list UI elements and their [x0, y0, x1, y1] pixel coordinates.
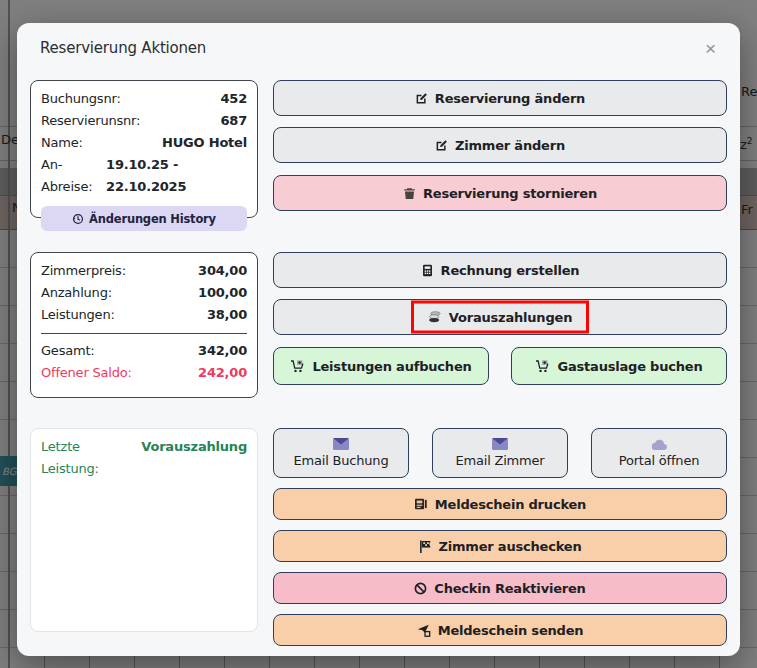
booking-number-row: Buchungsnr: 452 — [41, 88, 247, 110]
envelope-icon — [333, 438, 349, 450]
pricing-divider — [41, 333, 247, 334]
checkout-room-button[interactable]: Zimmer auschecken — [273, 530, 727, 562]
send-icon — [417, 624, 431, 637]
send-registration-label: Meldeschein senden — [438, 623, 584, 638]
deposit-value: 100,00 — [198, 282, 247, 304]
arrival-departure-label: An-Abreise: — [41, 154, 106, 198]
change-reservation-button[interactable]: Reservierung ändern — [273, 80, 727, 116]
open-portal-button[interactable]: Portal öffnen — [591, 428, 727, 478]
services-row: Leistungen: 38,00 — [41, 304, 247, 326]
dialog-header: Reservierung Aktionen × — [17, 23, 740, 59]
reservation-number-label: Reservierunsnr: — [41, 110, 140, 132]
checkered-flag-icon — [419, 540, 432, 553]
reservation-number-row: Reservierunsnr: 687 — [41, 110, 247, 132]
change-room-button[interactable]: Zimmer ändern — [273, 127, 727, 163]
email-booking-label: Email Buchung — [294, 453, 389, 468]
print-registration-label: Meldeschein drucken — [435, 497, 586, 512]
room-price-value: 304,00 — [198, 260, 247, 282]
dialog-title: Reservierung Aktionen — [40, 39, 206, 57]
changes-history-label: Änderungen History — [89, 212, 216, 226]
coins-icon — [428, 311, 442, 323]
cloud-icon — [651, 439, 668, 450]
email-booking-button[interactable]: Email Buchung — [273, 428, 409, 478]
change-reservation-label: Reservierung ändern — [435, 91, 585, 106]
reactivate-checkin-label: Checkin Reaktivieren — [434, 581, 585, 596]
reservation-actions-dialog: Reservierung Aktionen × Buchungsnr: 452 … — [17, 23, 740, 656]
booking-info-panel: Buchungsnr: 452 Reservierunsnr: 687 Name… — [30, 80, 258, 218]
email-room-label: Email Zimmer — [456, 453, 545, 468]
change-room-label: Zimmer ändern — [455, 138, 565, 153]
open-balance-label: Offener Saldo: — [41, 362, 132, 384]
cancel-reservation-label: Reservierung stornieren — [423, 186, 597, 201]
cart-plus-icon — [535, 360, 550, 373]
calculator-icon — [421, 264, 434, 277]
cancel-reservation-button[interactable]: Reservierung stornieren — [273, 175, 727, 211]
arrival-departure-value: 19.10.25 - 22.10.2025 — [106, 154, 247, 198]
services-label: Leistungen: — [41, 304, 115, 326]
total-row: Gesamt: 342,00 — [41, 340, 247, 362]
create-invoice-button[interactable]: Rechnung erstellen — [273, 252, 727, 288]
arrival-departure-row: An-Abreise: 19.10.25 - 22.10.2025 — [41, 154, 247, 198]
ban-icon — [414, 582, 427, 595]
changes-history-button[interactable]: Änderungen History — [41, 206, 247, 231]
send-registration-button[interactable]: Meldeschein senden — [273, 614, 727, 646]
book-guest-expense-label: Gastauslage buchen — [557, 359, 702, 374]
total-value: 342,00 — [198, 340, 247, 362]
edit-pencil-icon — [415, 92, 428, 105]
booking-number-value: 452 — [220, 88, 247, 110]
edit-pencil-icon — [435, 139, 448, 152]
reactivate-checkin-button[interactable]: Checkin Reaktivieren — [273, 572, 727, 604]
last-service-value: Vorauszahlung — [141, 436, 247, 458]
registration-form-print-icon — [414, 498, 428, 510]
checkout-room-label: Zimmer auschecken — [439, 539, 582, 554]
print-registration-button[interactable]: Meldeschein drucken — [273, 488, 727, 520]
booking-number-label: Buchungsnr: — [41, 88, 121, 110]
pricing-panel: Zimmerpreis: 304,00 Anzahlung: 100,00 Le… — [30, 252, 258, 398]
last-service-label: Letzte Leistung: — [41, 436, 141, 480]
last-service-panel: Letzte Leistung: Vorauszahlung — [30, 428, 258, 632]
guest-name-row: Name: HUGO Hotel — [41, 132, 247, 154]
cart-plus-icon — [290, 360, 305, 373]
total-label: Gesamt: — [41, 340, 95, 362]
history-clock-icon — [72, 213, 84, 225]
prepayments-button[interactable]: Vorauszahlungen — [273, 299, 727, 335]
open-portal-label: Portal öffnen — [619, 453, 699, 468]
room-price-row: Zimmerpreis: 304,00 — [41, 260, 247, 282]
deposit-label: Anzahlung: — [41, 282, 112, 304]
open-balance-row: Offener Saldo: 242,00 — [41, 362, 247, 384]
email-room-button[interactable]: Email Zimmer — [432, 428, 568, 478]
deposit-row: Anzahlung: 100,00 — [41, 282, 247, 304]
services-value: 38,00 — [207, 304, 247, 326]
last-service-row: Letzte Leistung: Vorauszahlung — [41, 436, 247, 480]
book-services-button[interactable]: Leistungen aufbuchen — [273, 347, 489, 385]
close-button[interactable]: × — [701, 39, 720, 59]
book-services-label: Leistungen aufbuchen — [312, 359, 471, 374]
prepayments-label: Vorauszahlungen — [449, 310, 572, 325]
envelope-icon — [492, 438, 508, 450]
guest-name-value: HUGO Hotel — [162, 132, 247, 154]
reservation-number-value: 687 — [220, 110, 247, 132]
book-guest-expense-button[interactable]: Gastauslage buchen — [511, 347, 727, 385]
open-balance-value: 242,00 — [198, 362, 247, 384]
create-invoice-label: Rechnung erstellen — [441, 263, 580, 278]
room-price-label: Zimmerpreis: — [41, 260, 126, 282]
trash-icon — [403, 187, 416, 200]
guest-name-label: Name: — [41, 132, 83, 154]
